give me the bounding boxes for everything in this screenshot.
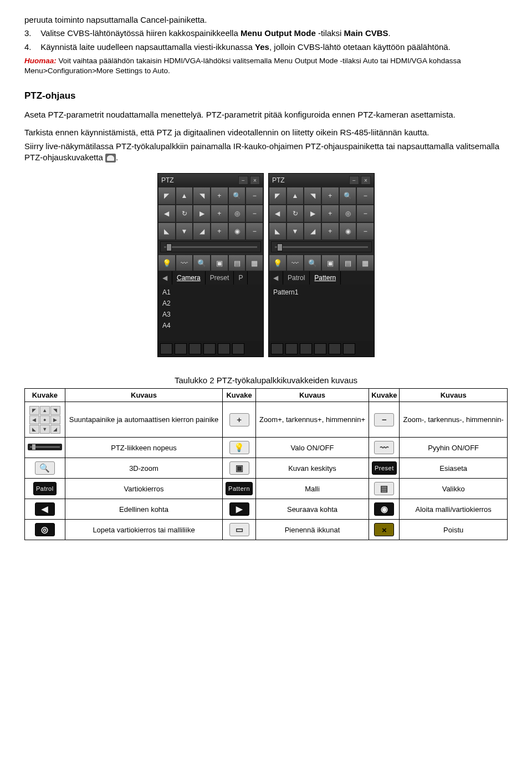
minimize-windows-icon: ▭	[229, 523, 249, 536]
tab-scroll-left[interactable]: ◀	[269, 271, 283, 285]
panel-footer	[269, 341, 374, 357]
close-icon[interactable]: ×	[250, 176, 260, 185]
zoom3d-icon: 🔍	[35, 461, 55, 475]
direction-pad-icon: ◤▲◥◀●▶◣▼◢	[25, 402, 65, 438]
dir-up-left[interactable]: ◤	[158, 187, 176, 205]
panel-titlebar: PTZ − ×	[158, 174, 263, 187]
stop-icon: ◎	[35, 523, 55, 536]
prev-icon: ◀	[35, 502, 55, 516]
light-icon[interactable]: 💡	[158, 255, 176, 271]
body-text: Siirry live-näkymätilassa PTZ-työkalupal…	[24, 141, 508, 164]
panel-titlebar: PTZ − ×	[269, 174, 374, 187]
menu-list-icon: ▤	[374, 482, 394, 495]
table-caption: Taulukko 2 PTZ-työkalupalkkikuvakkeiden …	[24, 375, 508, 386]
speed-slider[interactable]	[160, 241, 261, 252]
speed-slider-icon	[28, 444, 62, 450]
auto-rotate[interactable]: ↻	[176, 205, 193, 222]
start-icon: ◉	[374, 502, 394, 516]
pattern-list[interactable]: Pattern1	[269, 285, 374, 341]
ptz-camera-icon	[105, 154, 116, 162]
section-heading: PTZ-ohjaus	[24, 90, 508, 101]
exit-icon: ×	[374, 523, 394, 536]
body-text: 4. Käynnistä laite uudelleen napsauttama…	[24, 42, 508, 53]
focus-icon: ◎	[228, 205, 246, 222]
body-text: Tarkista ennen käynnistämistä, että PTZ …	[24, 127, 508, 138]
tab-p[interactable]: P	[234, 271, 248, 285]
tab-patrol[interactable]: Patrol	[283, 271, 310, 285]
focus-plus[interactable]: +	[211, 205, 228, 222]
body-text: 3. Valitse CVBS-lähtönäytössä hiiren kak…	[24, 28, 508, 39]
light-icon: 💡	[229, 441, 249, 454]
dir-down-left[interactable]: ◣	[158, 222, 176, 240]
preset-label-icon: Preset	[372, 461, 397, 475]
center-icon: ▣	[229, 461, 249, 475]
patrol-label-icon: Patrol	[33, 482, 57, 495]
dir-up[interactable]: ▲	[176, 187, 193, 205]
next-icon: ▶	[229, 502, 249, 516]
minimize-icon[interactable]: −	[238, 176, 248, 185]
wiper-icon: 〰	[374, 441, 394, 454]
dir-left[interactable]: ◀	[158, 205, 176, 222]
tab-pattern[interactable]: Pattern	[310, 271, 341, 285]
panel-footer	[158, 341, 263, 357]
body-text: Aseta PTZ-parametrit noudattamalla menet…	[24, 109, 508, 120]
dir-right[interactable]: ▶	[193, 205, 211, 222]
note: Huomaa: Voit vaihtaa päälähdön takaisin …	[24, 56, 508, 76]
center-icon[interactable]: ▣	[211, 255, 228, 271]
speed-slider[interactable]	[271, 241, 372, 252]
close-icon[interactable]: ×	[361, 176, 371, 185]
dir-up-right[interactable]: ◥	[193, 187, 211, 205]
dir-down-right[interactable]: ◢	[193, 222, 211, 240]
plus-icon: +	[229, 413, 249, 426]
ptz-panel-screenshot: PTZ − × ◤▲◥+🔍− ◀↻▶+◎− ◣▼◢+◉− 💡〰🔍▣▤▦ ◀Cam…	[24, 173, 508, 357]
camera-list[interactable]: A1A2A3A4	[158, 285, 263, 341]
tab-scroll-left[interactable]: ◀	[158, 271, 172, 285]
zoom-plus[interactable]: +	[211, 187, 228, 205]
wiper-icon[interactable]: 〰	[176, 255, 193, 271]
focus-minus[interactable]: −	[245, 205, 263, 222]
tab-camera[interactable]: Camera	[172, 271, 206, 285]
pattern-label-icon: Pattern	[226, 482, 253, 495]
tab-preset[interactable]: Preset	[206, 271, 234, 285]
iris-minus[interactable]: −	[245, 222, 263, 240]
menu2-icon[interactable]: ▦	[245, 255, 263, 271]
minimize-icon[interactable]: −	[349, 176, 359, 185]
iris-icon: ◉	[228, 222, 246, 240]
body-text: peruuta toiminto napsuttamalla Cancel-pa…	[24, 14, 508, 26]
icon-description-table: KuvakeKuvaus KuvakeKuvaus KuvakeKuvaus ◤…	[24, 388, 508, 540]
iris-plus[interactable]: +	[211, 222, 228, 240]
zoom-icon: 🔍	[228, 187, 246, 205]
zoom-minus[interactable]: −	[245, 187, 263, 205]
zoom3d-icon[interactable]: 🔍	[193, 255, 211, 271]
dir-down[interactable]: ▼	[176, 222, 193, 240]
menu-icon[interactable]: ▤	[228, 255, 246, 271]
minus-icon: −	[374, 413, 394, 426]
